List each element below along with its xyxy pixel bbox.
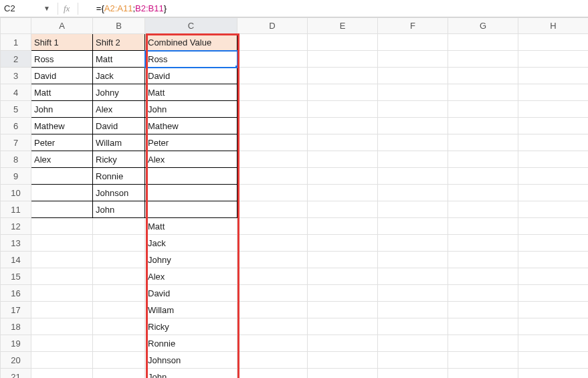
spreadsheet-grid[interactable]: A B C D E F G H 1Shift 1Shift 2Combined …	[0, 17, 588, 378]
cell[interactable]	[308, 101, 378, 118]
row-header[interactable]: 5	[1, 101, 31, 118]
cell[interactable]	[31, 235, 93, 252]
cell[interactable]	[448, 218, 518, 235]
cell[interactable]: Matt	[31, 84, 93, 101]
cell[interactable]	[93, 318, 145, 335]
cell[interactable]	[308, 34, 378, 51]
row-header[interactable]: 2	[1, 51, 31, 68]
cell[interactable]	[31, 285, 93, 302]
row-header[interactable]: 21	[1, 369, 31, 379]
cell[interactable]: David	[145, 68, 237, 84]
cell[interactable]: Matt	[145, 218, 237, 235]
col-header-b[interactable]: B	[93, 18, 145, 34]
cell[interactable]	[237, 51, 308, 68]
cell[interactable]	[378, 185, 448, 201]
col-header-h[interactable]: H	[518, 18, 589, 34]
cell[interactable]: Peter	[145, 134, 237, 151]
col-header-f[interactable]: F	[378, 18, 448, 34]
cell[interactable]	[378, 118, 448, 134]
cell[interactable]	[308, 285, 378, 302]
fx-icon[interactable]: fx	[62, 3, 74, 14]
row-header[interactable]: 20	[1, 352, 31, 369]
cell[interactable]	[237, 151, 308, 168]
cell[interactable]	[31, 218, 93, 235]
cell[interactable]	[308, 134, 378, 151]
cell[interactable]	[448, 151, 518, 168]
cell[interactable]: Johny	[93, 84, 145, 101]
cell[interactable]: Alex	[145, 268, 237, 285]
cell[interactable]: John	[145, 101, 237, 118]
cell[interactable]	[378, 285, 448, 302]
cell[interactable]	[237, 185, 308, 201]
row-header[interactable]: 17	[1, 302, 31, 318]
cell[interactable]	[31, 302, 93, 318]
cell[interactable]: Alex	[93, 101, 145, 118]
cell[interactable]: Mathew	[31, 118, 93, 134]
cell[interactable]: Willam	[93, 134, 145, 151]
row-header[interactable]: 15	[1, 268, 31, 285]
cell[interactable]	[448, 335, 518, 352]
cell[interactable]	[518, 218, 589, 235]
row-header[interactable]: 1	[1, 34, 31, 51]
cell[interactable]: Willam	[145, 302, 237, 318]
cell[interactable]	[378, 302, 448, 318]
cell[interactable]	[518, 201, 589, 218]
cell[interactable]	[31, 268, 93, 285]
cell[interactable]: Johny	[145, 252, 237, 268]
cell[interactable]	[448, 369, 518, 379]
cell[interactable]: Alex	[145, 151, 237, 168]
cell[interactable]	[308, 151, 378, 168]
cell[interactable]: Jack	[93, 68, 145, 84]
row-header[interactable]: 3	[1, 68, 31, 84]
cell[interactable]	[518, 84, 589, 101]
cell[interactable]: John	[31, 101, 93, 118]
cell[interactable]	[237, 235, 308, 252]
cell[interactable]	[237, 134, 308, 151]
cell[interactable]	[448, 352, 518, 369]
cell[interactable]	[518, 369, 589, 379]
row-header[interactable]: 9	[1, 168, 31, 185]
cell[interactable]	[308, 302, 378, 318]
cell[interactable]	[518, 151, 589, 168]
cell[interactable]	[378, 318, 448, 335]
cell[interactable]	[378, 268, 448, 285]
cell[interactable]: Jack	[145, 235, 237, 252]
row-header[interactable]: 7	[1, 134, 31, 151]
cell[interactable]	[31, 168, 93, 185]
cell[interactable]	[31, 335, 93, 352]
cell[interactable]	[308, 369, 378, 379]
cell[interactable]	[308, 168, 378, 185]
cell[interactable]: Matt	[93, 51, 145, 68]
cell[interactable]	[93, 252, 145, 268]
cell[interactable]	[31, 318, 93, 335]
cell[interactable]	[378, 34, 448, 51]
cell[interactable]	[378, 68, 448, 84]
cell[interactable]	[448, 185, 518, 201]
cell[interactable]	[518, 285, 589, 302]
cell[interactable]: Johnson	[145, 352, 237, 369]
cell[interactable]	[237, 302, 308, 318]
cell[interactable]	[448, 285, 518, 302]
row-header[interactable]: 10	[1, 185, 31, 201]
cell[interactable]: Ronnie	[145, 335, 237, 352]
cell[interactable]	[378, 335, 448, 352]
cell[interactable]	[237, 318, 308, 335]
cell[interactable]	[378, 252, 448, 268]
cell[interactable]	[518, 252, 589, 268]
cell[interactable]	[308, 252, 378, 268]
row-header[interactable]: 6	[1, 118, 31, 134]
cell[interactable]	[93, 218, 145, 235]
cell[interactable]	[448, 101, 518, 118]
row-header[interactable]: 16	[1, 285, 31, 302]
fill-handle[interactable]	[235, 65, 237, 68]
cell[interactable]: Alex	[31, 151, 93, 168]
cell[interactable]	[237, 268, 308, 285]
col-header-a[interactable]: A	[31, 18, 93, 34]
cell[interactable]	[518, 134, 589, 151]
cell[interactable]	[31, 352, 93, 369]
row-header[interactable]: 8	[1, 151, 31, 168]
cell[interactable]	[308, 118, 378, 134]
row-header[interactable]: 13	[1, 235, 31, 252]
cell[interactable]	[237, 252, 308, 268]
cell[interactable]	[308, 352, 378, 369]
